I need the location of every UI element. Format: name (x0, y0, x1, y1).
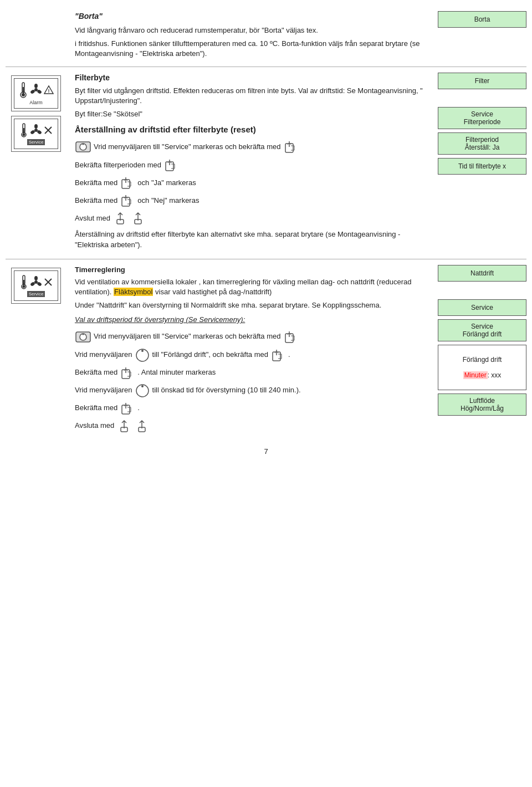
filter-sidebar-col: Filter Service Filterperiode Filterperio… (438, 73, 526, 253)
filter-sidebar-filterperiod: Filterperiod Återställ: Ja (438, 132, 526, 155)
filter-step3: Bekräfta med och "Ja" markeras (75, 175, 429, 191)
hand-icon-right (130, 211, 146, 226)
filter-icons-col: ! Alarm (6, 73, 66, 253)
rotary-icon-timer-1 (75, 329, 91, 345)
timer-sidebar-forlangd-minuter: Förlängd drift Minuter: xxx (438, 345, 526, 390)
borta-sidebar-box: Borta (438, 11, 526, 28)
service-icons-row-timer (19, 274, 53, 290)
filter-content-col: Filterbyte Byt filter vid utgången drift… (66, 73, 438, 253)
borta-title: "Borta" (75, 11, 429, 22)
rotary-icon-timer-2 (135, 347, 150, 363)
hand-avsluta-left (116, 418, 132, 434)
timer-step1: Vrid menyväljaren till "Service" markera… (75, 329, 429, 345)
svg-point-5 (34, 84, 38, 88)
borta-icons (6, 11, 66, 62)
borta-section: "Borta" Vid långvarig frånvaro och reduc… (6, 11, 526, 62)
fan-icon (30, 84, 42, 96)
svg-point-55 (141, 385, 144, 387)
service-label-filter: Service (27, 139, 45, 145)
service-box-filter: Service (14, 119, 58, 149)
page: "Borta" Vid långvarig frånvaro och reduc… (0, 0, 532, 787)
filter-sidebar-spacer1 (438, 93, 526, 104)
svg-text:!: ! (48, 88, 50, 94)
thermometer-icon-2 (19, 122, 29, 138)
confirm-icon-1 (283, 139, 299, 155)
svg-point-13 (23, 134, 25, 136)
svg-point-14 (34, 129, 38, 132)
service-label-timer: Service (27, 291, 45, 297)
svg-point-22 (83, 144, 84, 145)
page-number: 7 (6, 447, 526, 456)
svg-rect-2 (23, 87, 24, 94)
svg-point-4 (34, 88, 38, 91)
timerreglering-text2: Under "Nattdrift" kan överstyrning til N… (75, 300, 429, 310)
filter-sidebar-filter: Filter (438, 73, 526, 89)
filter-sidebar-tid: Tid til filterbyte x (438, 158, 526, 175)
timer-step6: Avsluta med (75, 418, 429, 434)
svg-point-3 (22, 93, 25, 96)
warning-icon: ! (44, 85, 54, 95)
svg-point-37 (34, 280, 38, 284)
timer-sidebar-service-forlangd: Service Förlängd drift (438, 319, 526, 341)
timer-sidebar-col: Nattdrift Service Service Förlängd drift… (438, 265, 526, 436)
service-icon-block-filter: Service (11, 116, 61, 152)
timerreglering-title: Timerreglering (75, 265, 429, 275)
timerreglering-text3: Val av driftsperiod för överstyrning (Se… (75, 315, 429, 325)
filterbyte-text2: Byt filter:Se "Skötsel" (75, 109, 429, 119)
svg-rect-12 (23, 128, 24, 134)
timer-sidebar-spacer1 (438, 285, 526, 296)
filterbyte-section: ! Alarm (6, 67, 526, 253)
borta-text2: i fritidshus. Funktionen sänker tilluftt… (75, 39, 429, 59)
minuter-label: Minuter: xxx (443, 371, 521, 379)
filter-step1: Vrid menyväljaren till "Service" markera… (75, 139, 429, 155)
thermometer-icon-timer (19, 274, 29, 290)
svg-point-15 (34, 124, 38, 129)
rotary-icon-timer-3 (135, 383, 150, 398)
filterbyte-title: Filterbyte (75, 73, 429, 84)
timer-step4: Vrid menyväljaren till önskad tid för öv… (75, 383, 429, 398)
confirm-icon-4 (120, 193, 135, 208)
service-icons-row-filter (19, 122, 53, 138)
rotary-icon-1 (75, 139, 91, 155)
forlangd-drift-label: Förlängd drift (443, 356, 521, 364)
timer-step3: Bekräfta med . Antal minuter markeras (75, 365, 429, 381)
hand-icon-left (112, 211, 128, 226)
wrench-icon (43, 125, 53, 135)
alarm-label: Alarm (29, 100, 43, 105)
confirm-icon-3 (120, 175, 135, 191)
alarm-icons-row: ! (18, 81, 54, 98)
fan-icon-2 (30, 124, 42, 136)
timer-content-col: Timerreglering Vid ventilation av kommer… (66, 265, 438, 436)
confirm-icon-2 (163, 157, 179, 173)
x-icon-timer (43, 277, 53, 287)
borta-content: "Borta" Vid långvarig frånvaro och reduc… (66, 11, 438, 62)
borta-sidebar: Borta (438, 11, 526, 62)
timerreglering-section: Service Timerreglering Vid ventilation a… (6, 259, 526, 436)
svg-point-45 (83, 333, 84, 335)
timerreglering-text1: Vid ventilation av kommersiella lokaler … (75, 277, 429, 297)
svg-point-49 (141, 350, 144, 352)
svg-rect-35 (23, 280, 24, 285)
filterbyte-text1: Byt filter vid utgången driftstid. Effek… (75, 86, 429, 106)
fläktsymbol-highlight: Fläktsymbol (114, 288, 153, 296)
reset-heading: Återställning av driftstid efter filterb… (75, 124, 429, 135)
timer-sidebar-luftflode: Luftflöde Hög/Norm/Låg (438, 394, 526, 416)
svg-point-36 (23, 285, 25, 288)
timer-sidebar-nattdrift: Nattdrift (438, 265, 526, 282)
filter-step2: Bekräfta filterperioden med (75, 157, 429, 173)
filter-step4: Bekräfta med och "Nej" markeras (75, 193, 429, 208)
confirm-icon-timer-1 (283, 329, 299, 345)
service-box-timer: Service (14, 270, 58, 301)
confirm-icon-timer-4 (120, 401, 135, 416)
svg-point-38 (34, 276, 38, 280)
borta-text1: Vid långvarig frånvaro och reducerad rum… (75, 25, 429, 35)
service-icon-block-timer: Service (11, 268, 61, 304)
thermometer-icon (18, 81, 28, 98)
filter-step5: Avslut med (75, 211, 429, 226)
hand-avsluta-right (134, 418, 150, 434)
timer-step5: Bekräfta med . (75, 401, 429, 416)
alarm-icon-block: ! Alarm (11, 75, 61, 111)
filterbyte-text3: Återställning av driftstid efter filterb… (75, 229, 429, 249)
timer-step2: Vrid menyväljaren till "Förlängd drift",… (75, 347, 429, 363)
timer-sidebar-service: Service (438, 299, 526, 316)
